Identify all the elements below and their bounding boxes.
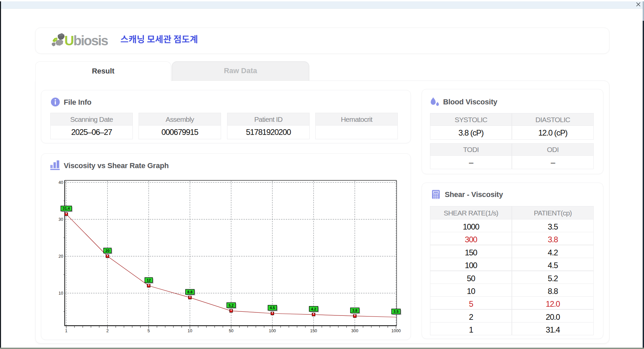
svg-text:150: 150 xyxy=(310,329,317,333)
svg-text:300: 300 xyxy=(351,329,358,333)
svg-text:5: 5 xyxy=(148,329,150,333)
svg-text:3.5: 3.5 xyxy=(393,309,398,313)
svg-text:31.4: 31.4 xyxy=(63,206,70,210)
svg-text:30: 30 xyxy=(59,217,63,222)
svg-text:20: 20 xyxy=(59,254,63,259)
svg-text:40: 40 xyxy=(59,180,63,185)
svg-text:20: 20 xyxy=(105,249,109,253)
svg-text:50: 50 xyxy=(229,329,233,333)
svg-text:1000: 1000 xyxy=(391,329,401,333)
svg-text:10: 10 xyxy=(187,329,192,333)
svg-text:12: 12 xyxy=(147,278,151,282)
svg-text:4.2: 4.2 xyxy=(311,307,316,311)
svg-text:10: 10 xyxy=(59,291,63,296)
svg-text:3.8: 3.8 xyxy=(352,308,357,312)
svg-text:2: 2 xyxy=(106,329,109,333)
svg-text:8.8: 8.8 xyxy=(187,290,193,294)
svg-text:4.5: 4.5 xyxy=(270,306,275,310)
svg-text:5.2: 5.2 xyxy=(228,303,233,307)
svg-text:1: 1 xyxy=(65,329,67,333)
svg-text:100: 100 xyxy=(269,329,276,333)
